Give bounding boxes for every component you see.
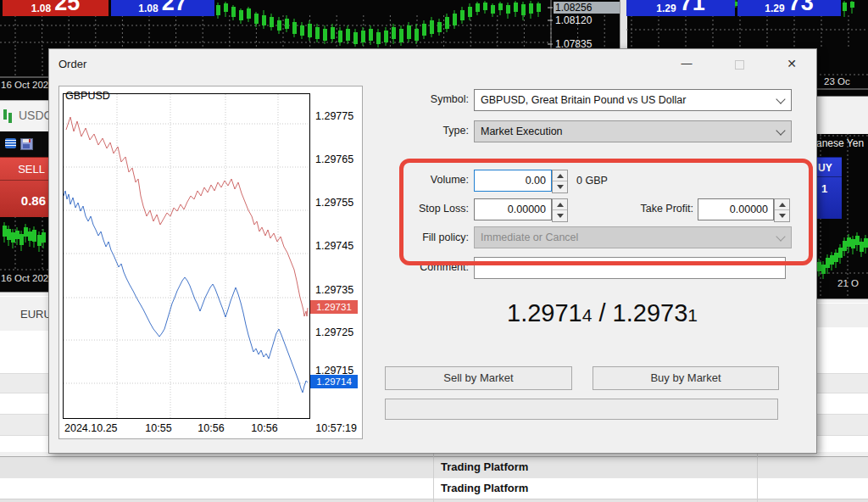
column-divider (757, 452, 758, 502)
table-row (815, 373, 868, 393)
dialog-title: Order (58, 58, 86, 70)
chart-date-label: 21 O (837, 278, 859, 288)
divider (0, 180, 48, 181)
ask-line (66, 117, 308, 316)
type-combobox[interactable]: Market Execution (474, 120, 792, 142)
stepper-down-button[interactable] (553, 181, 567, 192)
stepper-down-button[interactable] (775, 210, 789, 220)
order-dialog: Order — ✕ GBPUSD 1.29715 1.29731 1.29714… (48, 48, 817, 454)
symbol-value: GBPUSD, Great Britain Pound vs US Dollar (481, 94, 686, 106)
price-axis-label: 1.29745 (315, 240, 353, 252)
comment-label: Comment: (367, 261, 469, 273)
volume-input[interactable]: 0.00 (474, 170, 552, 192)
bid-price-tag: 1.29714 (310, 375, 358, 388)
buy-quote-tile-eurusd[interactable]: 1.08 27 (111, 0, 214, 16)
time-axis-label: 10:55 (137, 422, 180, 434)
type-label: Type: (367, 125, 469, 137)
stop-loss-stepper (552, 198, 568, 222)
price-scale-current: 1.08256 (554, 2, 620, 14)
one-click-sell-button[interactable]: SELL 0.86 (0, 157, 48, 217)
ask-price-main: 1.2973 (613, 299, 688, 326)
ask-price-pip: 1 (687, 305, 698, 325)
sell-label: SELL (18, 163, 45, 176)
take-profit-stepper (774, 198, 790, 222)
save-icon[interactable] (20, 138, 33, 150)
tick-chart-panel: GBPUSD 1.29715 1.29731 1.29714 1.297751.… (58, 86, 363, 439)
buy-quote-tile-gbpusd[interactable]: 1.29 73 (737, 0, 841, 16)
price-axis-label: 1.29725 (315, 326, 353, 338)
divider (815, 176, 842, 177)
quote-prefix: 1.29 (656, 3, 676, 14)
bid-price-main: 1.2971 (507, 299, 582, 326)
fill-policy-combobox-disabled: Immediate or Cancel (474, 226, 792, 248)
take-profit-input[interactable]: 0.00000 (698, 198, 774, 220)
maximize-button[interactable] (724, 53, 754, 74)
quote-prefix: 1.29 (765, 3, 784, 14)
fill-policy-value: Immediate or Cancel (481, 231, 578, 243)
chart-symbol-label: GBPUSD (65, 90, 110, 102)
symbol-combobox[interactable]: GBPUSD, Great Britain Pound vs US Dollar (474, 89, 792, 111)
buy-by-market-button[interactable]: Buy by Market (593, 366, 779, 390)
symbol-description-label: anese Yen (816, 137, 864, 149)
time-axis-label: 10:56 (243, 422, 286, 434)
time-axis-label: 10:56 (190, 422, 232, 434)
take-profit-label: Take Profit: (592, 203, 693, 215)
stepper-up-button[interactable] (553, 199, 567, 210)
stop-loss-input[interactable]: 0.00000 (474, 198, 552, 220)
chevron-down-icon (776, 126, 785, 135)
order-status-bar (385, 399, 778, 420)
bid-price-pip: 4 (582, 305, 593, 325)
maximize-icon (735, 60, 744, 70)
toolbar-row (0, 131, 48, 157)
arrow-down-icon (557, 185, 564, 189)
symbol-label: Symbol: (367, 93, 469, 105)
market-watch-row-usdc[interactable]: USDC (0, 100, 48, 132)
chevron-down-icon (776, 231, 785, 241)
market-watch-row-eurusd[interactable]: EURUSD (0, 297, 48, 331)
minimize-button[interactable]: — (671, 53, 702, 74)
journal-source: Trading Platform (441, 482, 528, 494)
list-icon[interactable] (5, 138, 16, 148)
sell-quote-tile-eurusd[interactable]: 1.08 25 (3, 0, 108, 16)
symbol-name: USDC (19, 109, 53, 122)
close-icon: ✕ (787, 57, 797, 70)
price-axis-label: 1.29735 (315, 284, 353, 296)
volume-label: Volume: (367, 174, 469, 186)
quote-prefix: 1.08 (138, 3, 158, 14)
tick-chart-plot (63, 93, 310, 419)
tick-chart-lines (64, 94, 309, 418)
quote-separator: / (592, 299, 612, 326)
column-divider (433, 452, 434, 502)
chevron-down-icon (776, 94, 785, 103)
journal-row[interactable]: Trading Platform (0, 456, 868, 479)
stepper-down-button[interactable] (553, 210, 567, 220)
sell-quote-tile-gbpusd[interactable]: 1.29 71 (626, 0, 735, 16)
journal-row[interactable]: Trading Platform (0, 478, 868, 499)
quote-big-digits: 27 (162, 0, 187, 14)
ask-price-tag: 1.29731 (310, 300, 358, 314)
chart-date-label: 16 Oct 202 (1, 273, 48, 283)
sell-by-market-button[interactable]: Sell by Market (385, 366, 572, 390)
type-value: Market Execution (481, 126, 563, 137)
table-row (0, 373, 48, 393)
bid-ask-quote: 1.29714 / 1.29731 (388, 299, 816, 335)
candles-icon (3, 109, 7, 120)
table-row (815, 304, 868, 327)
stepper-up-button[interactable] (775, 199, 789, 210)
trading-app-window: 1.08 25 1.08 27 1.29 71 1.29 73 1.08256 … (0, 0, 868, 502)
minimize-icon: — (682, 57, 693, 70)
price-axis-label: 1.29775 (315, 110, 353, 122)
buy-price: 1 (821, 182, 827, 195)
arrow-down-icon (779, 214, 786, 218)
stop-loss-label: Stop Loss: (367, 203, 469, 215)
stepper-up-button[interactable] (553, 170, 567, 181)
bid-line (64, 191, 308, 393)
quote-big-digits: 71 (680, 0, 705, 14)
panel-header-row (815, 96, 868, 134)
arrow-up-icon (557, 203, 564, 207)
journal-source: Trading Platform (441, 460, 528, 473)
comment-input[interactable] (474, 257, 786, 279)
close-button[interactable]: ✕ (776, 53, 807, 74)
one-click-buy-button[interactable]: UY 1 (815, 157, 842, 219)
price-axis-label: 1.29765 (315, 153, 353, 165)
